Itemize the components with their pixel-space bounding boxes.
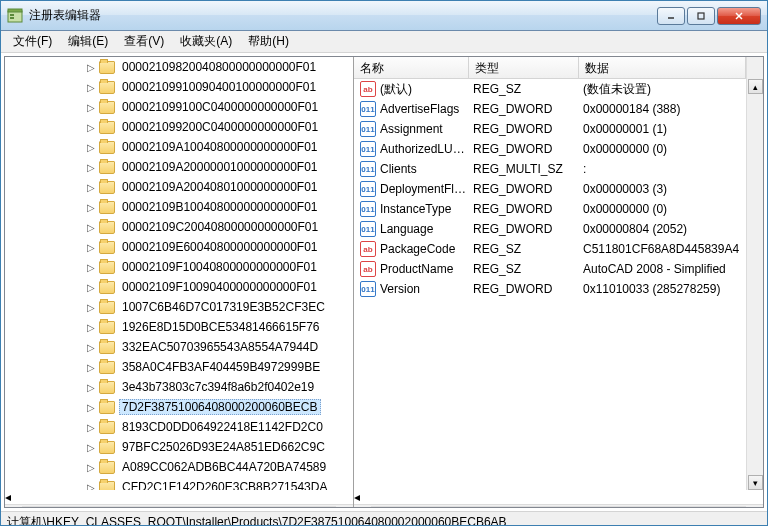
tree-item[interactable]: ▷00002109A20040801000000000F01 [5,177,353,197]
tree-item[interactable]: ▷00002109E60040800000000000F01 [5,237,353,257]
expander-icon[interactable]: ▷ [85,61,97,73]
expander-icon[interactable]: ▷ [85,221,97,233]
expander-icon[interactable]: ▷ [85,341,97,353]
scroll-down-icon[interactable]: ▾ [748,475,763,490]
expander-icon[interactable]: ▷ [85,301,97,313]
col-data[interactable]: 数据 [579,57,746,78]
folder-icon [99,101,115,114]
tree-item[interactable]: ▷1926E8D15D0BCE53481466615F76 [5,317,353,337]
expander-icon[interactable]: ▷ [85,361,97,373]
expander-icon[interactable]: ▷ [85,441,97,453]
tree-item[interactable]: ▷00002109A20000001000000000F01 [5,157,353,177]
tree-pane: ▷00002109820040800000000000F01▷000021099… [5,57,354,507]
menu-edit[interactable]: 编辑(E) [60,31,116,52]
expander-icon[interactable]: ▷ [85,261,97,273]
tree-item[interactable]: ▷00002109B10040800000000000F01 [5,197,353,217]
folder-icon [99,441,115,454]
tree-item[interactable]: ▷00002109910090400100000000F01 [5,77,353,97]
tree-item[interactable]: ▷00002109820040800000000000F01 [5,57,353,77]
value-row[interactable]: 011LanguageREG_DWORD0x00000804 (2052) [354,219,746,239]
values-list[interactable]: ab(默认)REG_SZ(数值未设置)011AdvertiseFlagsREG_… [354,79,746,490]
tree-item-label: 00002109B10040800000000000F01 [119,199,321,215]
tree-item[interactable]: ▷A089CC062ADB6BC44A720BA74589 [5,457,353,477]
close-button[interactable] [717,7,761,25]
tree-item[interactable]: ▷358A0C4FB3AF404459B4972999BE [5,357,353,377]
tree-item[interactable]: ▷7D2F38751006408000200060BECB [5,397,353,417]
expander-icon[interactable]: ▷ [85,161,97,173]
tree-item[interactable]: ▷000021099200C0400000000000F01 [5,117,353,137]
svg-rect-5 [698,13,704,19]
tree-item[interactable]: ▷00002109A10040800000000000F01 [5,137,353,157]
scroll-left-icon[interactable]: ◂ [354,490,763,504]
scroll-up-icon[interactable]: ▴ [748,79,763,94]
tree-item-label: 1926E8D15D0BCE53481466615F76 [119,319,323,335]
tree-item[interactable]: ▷8193CD0DD064922418E1142FD2C0 [5,417,353,437]
value-row[interactable]: 011AdvertiseFlagsREG_DWORD0x00000184 (38… [354,99,746,119]
menu-view[interactable]: 查看(V) [116,31,172,52]
scroll-left-icon[interactable]: ◂ [5,490,353,504]
tree-item-label: 8193CD0DD064922418E1142FD2C0 [119,419,326,435]
value-row[interactable]: abPackageCodeREG_SZC511801CF68A8D445839A… [354,239,746,259]
tree-item-label: 000021099200C0400000000000F01 [119,119,321,135]
minimize-button[interactable] [657,7,685,25]
value-row[interactable]: 011InstanceTypeREG_DWORD0x00000000 (0) [354,199,746,219]
expander-icon[interactable]: ▷ [85,241,97,253]
value-name: InstanceType [380,202,473,216]
menu-file[interactable]: 文件(F) [5,31,60,52]
expander-icon[interactable]: ▷ [85,141,97,153]
tree-item[interactable]: ▷00002109C20040800000000000F01 [5,217,353,237]
expander-icon[interactable]: ▷ [85,181,97,193]
tree-item[interactable]: ▷00002109F10090400000000000F01 [5,277,353,297]
value-row[interactable]: 011AuthorizedLUA...REG_DWORD0x00000000 (… [354,139,746,159]
scroll-thumb[interactable] [372,507,672,508]
menu-favorites[interactable]: 收藏夹(A) [172,31,240,52]
values-vscroll[interactable]: ▴ ▾ [746,57,763,490]
expander-icon[interactable]: ▷ [85,81,97,93]
folder-icon [99,221,115,234]
folder-icon [99,361,115,374]
value-row[interactable]: 011ClientsREG_MULTI_SZ: [354,159,746,179]
value-row[interactable]: abProductNameREG_SZAutoCAD 2008 - Simpli… [354,259,746,279]
tree-item[interactable]: ▷000021099100C0400000000000F01 [5,97,353,117]
tree-item[interactable]: ▷97BFC25026D93E24A851ED662C9C [5,437,353,457]
tree-item-label: 00002109C20040800000000000F01 [119,219,321,235]
maximize-button[interactable] [687,7,715,25]
tree-item[interactable]: ▷CFD2C1F142D260E3CB8B271543DA [5,477,353,490]
folder-icon [99,281,115,294]
tree-item[interactable]: ▷332EAC50703965543A8554A7944D [5,337,353,357]
values-hscroll[interactable]: ◂ ▸ [354,490,763,507]
tree-hscroll[interactable]: ◂ ▸ [5,490,353,507]
expander-icon[interactable]: ▷ [85,121,97,133]
col-name[interactable]: 名称 [354,57,469,78]
expander-icon[interactable]: ▷ [85,421,97,433]
expander-icon[interactable]: ▷ [85,201,97,213]
binary-value-icon: 011 [360,281,376,297]
tree-item[interactable]: ▷1007C6B46D7C017319E3B52CF3EC [5,297,353,317]
tree-item[interactable]: ▷3e43b73803c7c394f8a6b2f0402e19 [5,377,353,397]
value-row[interactable]: ab(默认)REG_SZ(数值未设置) [354,79,746,99]
folder-icon [99,241,115,254]
col-type[interactable]: 类型 [469,57,579,78]
expander-icon[interactable]: ▷ [85,321,97,333]
binary-value-icon: 011 [360,201,376,217]
tree-item-label: 3e43b73803c7c394f8a6b2f0402e19 [119,379,317,395]
value-row[interactable]: 011VersionREG_DWORD0x11010033 (285278259… [354,279,746,299]
tree-item[interactable]: ▷00002109F10040800000000000F01 [5,257,353,277]
value-data: 0x00000184 (388) [583,102,746,116]
value-row[interactable]: 011DeploymentFla...REG_DWORD0x00000003 (… [354,179,746,199]
expander-icon[interactable]: ▷ [85,481,97,490]
expander-icon[interactable]: ▷ [85,401,97,413]
folder-icon [99,381,115,394]
expander-icon[interactable]: ▷ [85,101,97,113]
tree-item-label: 332EAC50703965543A8554A7944D [119,339,321,355]
scroll-thumb[interactable] [63,507,193,508]
expander-icon[interactable]: ▷ [85,381,97,393]
expander-icon[interactable]: ▷ [85,461,97,473]
value-row[interactable]: 011AssignmentREG_DWORD0x00000001 (1) [354,119,746,139]
titlebar[interactable]: 注册表编辑器 [1,1,767,31]
binary-value-icon: 011 [360,101,376,117]
registry-tree[interactable]: ▷00002109820040800000000000F01▷000021099… [5,57,353,490]
menu-help[interactable]: 帮助(H) [240,31,297,52]
expander-icon[interactable]: ▷ [85,281,97,293]
tree-item-label: 00002109F10040800000000000F01 [119,259,320,275]
